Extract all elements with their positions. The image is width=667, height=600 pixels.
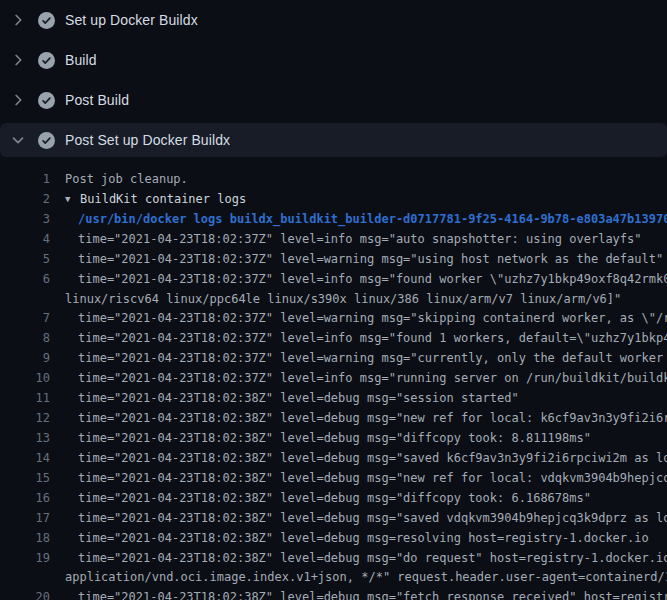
log-text: time="2021-04-23T18:02:38Z" level=debug … xyxy=(78,449,667,469)
log-row: 7time="2021-04-23T18:02:37Z" level=warni… xyxy=(0,309,667,329)
step-label: Post Set up Docker Buildx xyxy=(65,132,230,148)
log-row: 6time="2021-04-23T18:02:37Z" level=info … xyxy=(0,270,667,290)
log-text: linux/riscv64 linux/ppc64le linux/s390x … xyxy=(65,290,621,310)
log-row: linux/riscv64 linux/ppc64le linux/s390x … xyxy=(0,290,667,310)
step-label: Post Build xyxy=(65,92,129,108)
log-row: 18time="2021-04-23T18:02:38Z" level=debu… xyxy=(0,529,667,549)
log-text: time="2021-04-23T18:02:37Z" level=warnin… xyxy=(78,250,663,270)
job-steps-list: Set up Docker BuildxBuildPost BuildPost … xyxy=(0,0,667,157)
log-line-number[interactable]: 5 xyxy=(0,250,50,270)
log-group-title: BuildKit container logs xyxy=(80,192,246,206)
log-line-number[interactable]: 2 xyxy=(0,190,50,210)
log-text: time="2021-04-23T18:02:38Z" level=debug … xyxy=(78,529,649,549)
log-row: 15time="2021-04-23T18:02:38Z" level=debu… xyxy=(0,469,667,489)
chevron-down-icon xyxy=(10,132,26,148)
log-area: 1Post job cleanup.2▼BuildKit container l… xyxy=(0,160,667,600)
log-row: 3/usr/bin/docker logs buildx_buildkit_bu… xyxy=(0,210,667,230)
log-text: time="2021-04-23T18:02:38Z" level=debug … xyxy=(78,389,519,409)
log-text: time="2021-04-23T18:02:38Z" level=debug … xyxy=(78,409,667,429)
log-text: time="2021-04-23T18:02:38Z" level=debug … xyxy=(78,469,667,489)
log-text: time="2021-04-23T18:02:37Z" level=info m… xyxy=(78,270,667,290)
step-header-build[interactable]: Build xyxy=(0,40,667,80)
log-row: 2▼BuildKit container logs xyxy=(0,190,667,210)
log-text: time="2021-04-23T18:02:38Z" level=debug … xyxy=(78,549,667,569)
log-text: time="2021-04-23T18:02:37Z" level=warnin… xyxy=(78,309,667,329)
log-row: 9time="2021-04-23T18:02:37Z" level=warni… xyxy=(0,349,667,369)
log-line-number[interactable]: 9 xyxy=(0,349,50,369)
step-header-set-up-docker-buildx[interactable]: Set up Docker Buildx xyxy=(0,0,667,40)
log-text: time="2021-04-23T18:02:38Z" level=debug … xyxy=(78,429,591,449)
log-line-number[interactable]: 3 xyxy=(0,210,50,230)
log-text: time="2021-04-23T18:02:37Z" level=warnin… xyxy=(78,349,667,369)
log-line-number[interactable]: 10 xyxy=(0,369,50,389)
step-header-post-set-up-docker-buildx[interactable]: Post Set up Docker Buildx xyxy=(0,123,667,157)
log-row: application/vnd.oci.image.index.v1+json,… xyxy=(0,568,667,588)
log-row: 20time="2021-04-23T18:02:38Z" level=debu… xyxy=(0,588,667,600)
log-line-number[interactable]: 11 xyxy=(0,389,50,409)
log-row: 11time="2021-04-23T18:02:38Z" level=debu… xyxy=(0,389,667,409)
log-row: 16time="2021-04-23T18:02:38Z" level=debu… xyxy=(0,489,667,509)
triangle-down-icon: ▼ xyxy=(65,190,80,210)
check-circle-icon xyxy=(38,132,55,149)
check-circle-icon xyxy=(38,92,55,109)
log-line-number[interactable]: 4 xyxy=(0,230,50,250)
log-line-number[interactable]: 20 xyxy=(0,588,50,600)
step-label: Set up Docker Buildx xyxy=(65,12,198,28)
chevron-right-icon xyxy=(10,12,26,28)
log-text: time="2021-04-23T18:02:37Z" level=info m… xyxy=(78,329,667,349)
log-row: 5time="2021-04-23T18:02:37Z" level=warni… xyxy=(0,250,667,270)
log-text: Post job cleanup. xyxy=(65,170,188,190)
actions-log-viewer: Set up Docker BuildxBuildPost BuildPost … xyxy=(0,0,667,600)
log-text: time="2021-04-23T18:02:37Z" level=info m… xyxy=(78,369,667,389)
log-command-text: /usr/bin/docker logs buildx_buildkit_bui… xyxy=(78,210,667,230)
log-text: time="2021-04-23T18:02:38Z" level=debug … xyxy=(78,509,667,529)
log-row: 19time="2021-04-23T18:02:38Z" level=debu… xyxy=(0,549,667,569)
log-row: 17time="2021-04-23T18:02:38Z" level=debu… xyxy=(0,509,667,529)
log-line-number[interactable]: 14 xyxy=(0,449,50,469)
chevron-right-icon xyxy=(10,92,26,108)
log-line-number[interactable]: 18 xyxy=(0,529,50,549)
log-line-number[interactable]: 1 xyxy=(0,170,50,190)
step-header-post-build[interactable]: Post Build xyxy=(0,80,667,120)
log-row: 14time="2021-04-23T18:02:38Z" level=debu… xyxy=(0,449,667,469)
log-text: time="2021-04-23T18:02:38Z" level=debug … xyxy=(78,489,591,509)
log-line-number[interactable]: 17 xyxy=(0,509,50,529)
log-line-number[interactable]: 8 xyxy=(0,329,50,349)
log-line-number xyxy=(0,290,50,310)
log-line-number[interactable]: 19 xyxy=(0,549,50,569)
log-line-number[interactable]: 7 xyxy=(0,309,50,329)
log-line-number[interactable]: 15 xyxy=(0,469,50,489)
log-line-number[interactable]: 13 xyxy=(0,429,50,449)
log-row: 4time="2021-04-23T18:02:37Z" level=info … xyxy=(0,230,667,250)
log-row: 8time="2021-04-23T18:02:37Z" level=info … xyxy=(0,329,667,349)
log-text: application/vnd.oci.image.index.v1+json,… xyxy=(65,568,667,588)
log-row: 12time="2021-04-23T18:02:38Z" level=debu… xyxy=(0,409,667,429)
log-row: 13time="2021-04-23T18:02:38Z" level=debu… xyxy=(0,429,667,449)
step-label: Build xyxy=(65,52,97,68)
check-circle-icon xyxy=(38,12,55,29)
log-line-number[interactable]: 16 xyxy=(0,489,50,509)
check-circle-icon xyxy=(38,52,55,69)
log-line-number[interactable]: 12 xyxy=(0,409,50,429)
chevron-right-icon xyxy=(10,52,26,68)
log-line-number[interactable]: 6 xyxy=(0,270,50,290)
log-row: 10time="2021-04-23T18:02:37Z" level=info… xyxy=(0,369,667,389)
log-line-number xyxy=(0,568,50,588)
log-group-toggle[interactable]: ▼BuildKit container logs xyxy=(65,190,246,210)
log-row: 1Post job cleanup. xyxy=(0,170,667,190)
log-text: time="2021-04-23T18:02:38Z" level=debug … xyxy=(78,588,667,600)
log-text: time="2021-04-23T18:02:37Z" level=info m… xyxy=(78,230,642,250)
